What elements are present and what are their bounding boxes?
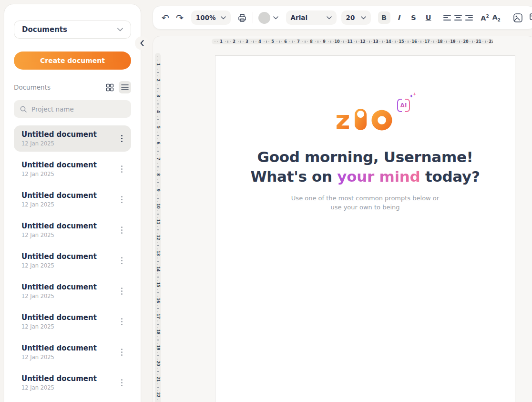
document-title: Untitled document [21, 313, 97, 322]
editor-toolbar: ↶ ↷ 100% Arial 20 B I S U A2 A2 [153, 6, 532, 30]
zoom-select[interactable]: 100% [191, 10, 231, 25]
vertical-ruler: 1234567891011121314151617181920212223242… [155, 53, 161, 402]
font-size-value: 20 [346, 14, 355, 21]
redo-button[interactable]: ↷ [176, 13, 184, 22]
font-size-select[interactable]: 20 [341, 10, 371, 25]
search-input[interactable] [31, 105, 125, 113]
kebab-menu-icon[interactable] [118, 225, 125, 236]
text-color-button[interactable] [258, 12, 278, 24]
document-list-item[interactable]: Untitled document 12 Jan 2025 [14, 156, 131, 182]
kebab-menu-icon[interactable] [118, 133, 125, 144]
chevron-down-icon [117, 28, 123, 31]
document-date: 12 Jan 2025 [21, 323, 97, 330]
chevron-down-icon [327, 16, 332, 20]
zoom-value: 100% [196, 14, 216, 21]
greeting-subtitle: Use one of the most common prompts below… [215, 194, 515, 212]
document-date: 12 Jan 2025 [21, 293, 97, 299]
chevron-down-icon [221, 16, 226, 20]
kebab-menu-icon[interactable] [118, 194, 125, 205]
font-family-select[interactable]: Arial [286, 10, 337, 25]
font-family-value: Arial [291, 14, 307, 21]
chevron-down-icon [273, 16, 278, 20]
toolbar-divider [507, 12, 507, 23]
document-date: 12 Jan 2025 [21, 384, 97, 391]
ai-badge: AI ✦ + [397, 99, 410, 112]
document-item-text: Untitled document 12 Jan 2025 [21, 283, 97, 299]
subtitle-line1: Use one of the most common prompts below… [291, 195, 439, 202]
align-center-icon[interactable] [454, 15, 462, 21]
svg-text:z: z [337, 106, 350, 131]
create-document-button[interactable]: Create document [14, 52, 131, 70]
kebab-menu-icon[interactable] [118, 164, 125, 175]
search-box [14, 100, 131, 118]
document-title: Untitled document [21, 130, 97, 139]
view-toggles [103, 81, 131, 93]
document-item-text: Untitled document 12 Jan 2025 [21, 130, 97, 147]
document-list-item[interactable]: Untitled document 12 Jan 2025 [14, 186, 131, 213]
document-list-item[interactable]: Untitled document 12 Jan 2025 [14, 309, 131, 335]
toolbar-divider [253, 12, 253, 23]
undo-button[interactable]: ↶ [162, 13, 169, 22]
chevron-down-icon [361, 16, 366, 20]
search-icon [20, 105, 27, 113]
strikethrough-button[interactable]: S [408, 11, 420, 24]
sidebar: Documents Create document Documents [4, 4, 141, 402]
document-date: 12 Jan 2025 [21, 262, 97, 269]
document-list: Untitled document 12 Jan 2025 Untitled d… [14, 125, 131, 396]
italic-button[interactable]: I [393, 11, 405, 24]
document-date: 12 Jan 2025 [21, 171, 97, 177]
subscript-button[interactable]: A2 [492, 13, 501, 22]
list-view-icon[interactable] [119, 81, 131, 93]
insert-table-button[interactable] [529, 12, 532, 23]
document-list-item[interactable]: Untitled document 12 Jan 2025 [14, 339, 131, 365]
kebab-menu-icon[interactable] [118, 377, 125, 388]
editor-canvas: 1234567891011121314151617181920212223 12… [153, 36, 532, 402]
superscript-button[interactable]: A2 [481, 14, 489, 22]
sparkle-plus-icon: + [413, 92, 416, 96]
align-right-icon[interactable] [465, 15, 473, 21]
kebab-menu-icon[interactable] [118, 316, 125, 327]
document-item-text: Untitled document 12 Jan 2025 [21, 344, 97, 361]
document-title: Untitled document [21, 283, 97, 291]
greeting-heading: Good morning, Username! What's on your m… [215, 147, 515, 186]
document-title: Untitled document [21, 222, 97, 230]
subtitle-line2: use your own to being [331, 204, 400, 211]
document-title: Untitled document [21, 191, 97, 200]
redo-icon: ↷ [176, 13, 184, 22]
document-list-item[interactable]: Untitled document 12 Jan 2025 [14, 217, 131, 243]
document-list-item[interactable]: Untitled document 12 Jan 2025 [14, 247, 131, 274]
documents-section-title: Documents [14, 83, 51, 91]
undo-icon: ↶ [162, 13, 169, 22]
document-date: 12 Jan 2025 [21, 232, 97, 238]
kebab-menu-icon[interactable] [118, 286, 125, 297]
document-list-item[interactable]: Untitled document 12 Jan 2025 [14, 278, 131, 304]
document-item-text: Untitled document 12 Jan 2025 [21, 191, 97, 208]
document-list-item[interactable]: Untitled document 12 Jan 2025 [14, 370, 131, 396]
document-title: Untitled document [21, 374, 97, 383]
document-list-item[interactable]: Untitled document 12 Jan 2025 [14, 125, 131, 152]
align-left-icon[interactable] [443, 15, 451, 21]
app-logo: z AI ✦ + [337, 106, 394, 131]
text-color-swatch-icon [258, 12, 270, 24]
greeting-highlight: your mind [337, 168, 420, 185]
documents-list-header: Documents [14, 81, 131, 93]
document-date: 12 Jan 2025 [21, 201, 97, 208]
zio-logo-icon: z [337, 106, 394, 131]
bold-button[interactable]: B [378, 11, 390, 24]
insert-image-button[interactable] [513, 13, 523, 23]
printer-icon [237, 13, 247, 22]
grid-view-icon[interactable] [103, 81, 116, 93]
document-item-text: Untitled document 12 Jan 2025 [21, 222, 97, 238]
greeting-line2-post: today? [420, 168, 480, 185]
greeting-line1: Good morning, Username! [257, 148, 473, 165]
print-button[interactable] [237, 13, 247, 22]
document-item-text: Untitled document 12 Jan 2025 [21, 161, 97, 177]
document-date: 12 Jan 2025 [21, 140, 97, 147]
workspace-selector[interactable]: Documents [14, 21, 131, 39]
document-date: 12 Jan 2025 [21, 354, 97, 361]
kebab-menu-icon[interactable] [118, 255, 125, 266]
collapse-sidebar-button[interactable] [135, 36, 149, 50]
document-page[interactable]: z AI ✦ + Good morning, Username! What's … [215, 55, 515, 402]
kebab-menu-icon[interactable] [118, 347, 125, 358]
underline-button[interactable]: U [422, 11, 435, 24]
